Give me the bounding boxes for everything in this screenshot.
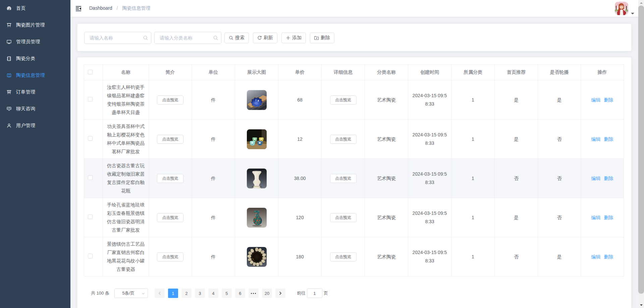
cell-name: 仿古瓷器古董古玩收藏定制做旧家居复古摆件定窑白釉花瓶 [103, 159, 149, 198]
detail-preview-button[interactable]: 点击预览 [330, 135, 357, 144]
intro-preview-button[interactable]: 点击预览 [157, 174, 183, 183]
browser-scrollbar[interactable] [638, 0, 644, 308]
avatar [615, 2, 628, 15]
more-pages-button[interactable] [249, 289, 259, 298]
pagination-total: 共 100 条 [91, 290, 109, 296]
row-checkbox[interactable] [88, 136, 93, 141]
row-checkbox[interactable] [88, 254, 93, 258]
delete-link[interactable]: 删除 [604, 136, 613, 142]
dashboard-icon [6, 6, 12, 11]
edit-link[interactable]: 编辑 [591, 136, 601, 142]
breadcrumb-dashboard[interactable]: Dashboard [89, 5, 112, 11]
page-button-6[interactable]: 6 [235, 289, 245, 298]
sidebar-item-ceramic-categories[interactable]: 陶瓷分类 [0, 50, 70, 67]
sidebar-item-users[interactable]: 用户管理 [0, 117, 70, 134]
cell-category: 艺术陶瓷 [365, 120, 408, 159]
scrollbar-down-arrow[interactable] [638, 302, 644, 308]
edit-link[interactable]: 编辑 [591, 254, 601, 259]
cell-created-time: 2024-03-15 09:5 8:33 [408, 237, 451, 276]
scrollbar-up-arrow[interactable] [638, 0, 644, 6]
sidebar-item-label: 首页 [16, 5, 26, 11]
folder-delete-icon [314, 36, 319, 40]
sidebar-item-orders[interactable]: 订单管理 [0, 84, 70, 101]
page-button-1[interactable]: 1 [168, 289, 178, 298]
sidebar-item-home[interactable]: 首页 [0, 0, 70, 17]
cell-select [84, 198, 103, 237]
product-image[interactable] [247, 208, 267, 228]
delete-link[interactable]: 删除 [604, 176, 613, 181]
search-button[interactable]: 搜索 [224, 33, 249, 43]
cell-price: 38.00 [278, 159, 322, 198]
product-image[interactable] [247, 129, 267, 149]
detail-preview-button[interactable]: 点击预览 [330, 174, 357, 183]
page-size-value: 5条/页 [122, 290, 135, 296]
refresh-icon [257, 36, 262, 40]
user-avatar-menu[interactable] [615, 2, 628, 15]
cell-operations: 编辑删除 [581, 198, 624, 237]
delete-link[interactable]: 删除 [604, 215, 613, 220]
hamburger-icon [75, 5, 82, 11]
row-checkbox[interactable] [88, 214, 93, 219]
product-image[interactable] [247, 169, 267, 188]
column-header: 分类名称 [365, 65, 408, 80]
intro-preview-button[interactable]: 点击预览 [157, 252, 183, 261]
delete-button[interactable]: 删除 [310, 33, 334, 43]
name-search-input[interactable] [84, 32, 151, 44]
cell-created-time: 2024-03-15 09:5 8:33 [408, 159, 451, 198]
page-button-4[interactable]: 4 [208, 289, 218, 298]
goto-page-input[interactable] [307, 289, 322, 298]
cell-parent-category: 1 [451, 237, 495, 276]
page-button-20[interactable]: 20 [262, 289, 272, 298]
page-button-3[interactable]: 3 [195, 289, 205, 298]
table-header-row: 名称简介单位展示大图单价详细信息分类名称创建时间所属分类首页推荐是否轮播操作 [84, 65, 624, 80]
scrollbar-thumb[interactable] [638, 6, 644, 294]
sidebar-item-ceramic-images[interactable]: 陶瓷图片管理 [0, 17, 70, 34]
prev-page-button[interactable] [155, 289, 165, 298]
add-button[interactable]: 添加 [281, 33, 306, 43]
cell-price: 180 [278, 237, 322, 276]
delete-link[interactable]: 删除 [604, 97, 613, 103]
page-size-select[interactable]: 5条/页 [114, 289, 148, 298]
edit-link[interactable]: 编辑 [591, 176, 601, 181]
cell-intro: 点击预览 [149, 80, 192, 120]
pager-numbers: 12345620 [166, 289, 274, 298]
cell-category: 艺术陶瓷 [365, 159, 408, 198]
cell-name: 汝窑主人杯钧瓷手镶银品茗杯建盏窑变纯银茶杯陶瓷茶盏单杯天目盏 [103, 80, 149, 120]
sidebar-item-admins[interactable]: 管理员管理 [0, 34, 70, 50]
intro-preview-button[interactable]: 点击预览 [157, 96, 183, 105]
detail-preview-button[interactable]: 点击预览 [330, 213, 357, 222]
chevron-down-icon [142, 292, 145, 295]
sidebar-item-chat[interactable]: 聊天咨询 [0, 101, 70, 117]
column-header: 简介 [149, 65, 192, 80]
cell-price: 120 [278, 198, 322, 237]
row-checkbox[interactable] [88, 97, 93, 102]
cell-unit: 件 [192, 237, 235, 276]
select-all-checkbox[interactable] [88, 70, 93, 74]
cell-intro: 点击预览 [149, 237, 192, 276]
intro-preview-button[interactable]: 点击预览 [157, 213, 183, 222]
detail-preview-button[interactable]: 点击预览 [330, 96, 357, 105]
cell-name: 手绘孔雀蓝地珐琅彩玉壶春瓶景德镇仿古做旧瓷器明清古董厂家批发 [103, 198, 149, 237]
page-button-5[interactable]: 5 [222, 289, 232, 298]
intro-preview-button[interactable]: 点击预览 [157, 135, 183, 144]
sidebar-toggle-button[interactable] [70, 0, 87, 17]
row-checkbox[interactable] [88, 175, 93, 180]
detail-preview-button[interactable]: 点击预览 [330, 252, 357, 261]
cell-detail: 点击预览 [322, 198, 365, 237]
cell-detail: 点击预览 [322, 80, 365, 120]
product-image[interactable] [247, 90, 267, 110]
chevron-left-icon [158, 291, 162, 295]
next-page-button[interactable] [275, 289, 285, 298]
table-row-4: 手绘孔雀蓝地珐琅彩玉壶春瓶景德镇仿古做旧瓷器明清古董厂家批发点击预览件120点击… [84, 198, 624, 237]
cell-created-time: 2024-03-15 09:5 8:33 [408, 198, 451, 237]
category-search-input[interactable] [154, 32, 221, 44]
delete-link[interactable]: 删除 [604, 254, 613, 259]
sidebar-item-ceramic-info[interactable]: 陶瓷信息管理 [0, 67, 70, 84]
page-button-2[interactable]: 2 [181, 289, 192, 298]
edit-link[interactable]: 编辑 [591, 215, 601, 220]
edit-link[interactable]: 编辑 [591, 97, 601, 103]
cell-operations: 编辑删除 [581, 159, 624, 198]
product-image[interactable] [247, 247, 267, 267]
caret-down-icon [631, 13, 634, 14]
refresh-button[interactable]: 刷新 [253, 33, 277, 43]
